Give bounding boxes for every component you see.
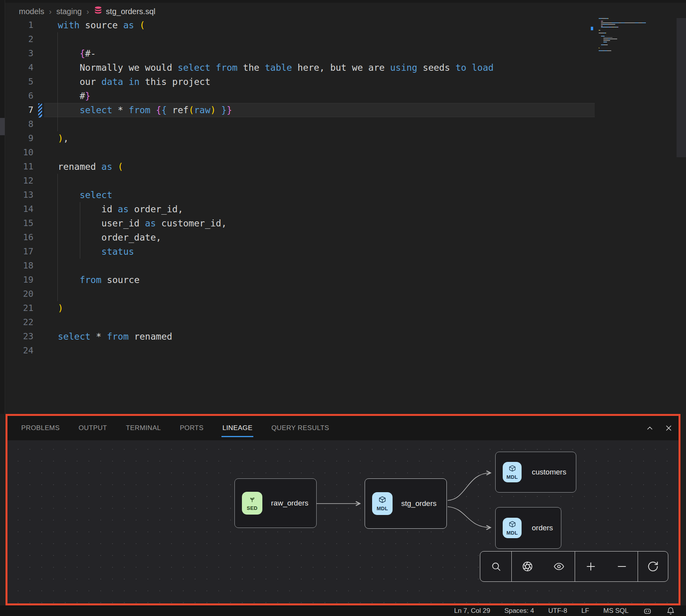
minimap-line (594, 43, 673, 44)
code-text: renamed as ( (58, 160, 123, 174)
zoom-in-icon[interactable] (582, 558, 599, 575)
breadcrumb-item-staging[interactable]: staging (56, 7, 82, 16)
code-line[interactable]: 16 order_date, (0, 230, 686, 245)
code-line[interactable]: 14 id as order_id, (0, 202, 686, 216)
model-badge: MDL (503, 462, 522, 482)
code-line[interactable]: 12 (0, 174, 686, 188)
code-text: select * from renamed (58, 329, 172, 344)
chevron-up-icon[interactable] (645, 424, 654, 432)
toolbar-cell-refresh (638, 552, 668, 581)
seed-badge: SED (242, 492, 262, 515)
panel-tab-terminal[interactable]: TERMINAL (126, 424, 161, 432)
lineage-canvas[interactable]: SED raw_orders MDL stg_orders (7, 440, 679, 603)
code-text: from source (58, 273, 140, 287)
code-line[interactable]: 3 {#- (0, 46, 686, 61)
code-line[interactable]: 19 from source (0, 273, 686, 287)
cube-icon (509, 465, 516, 474)
breadcrumb-item-models[interactable]: models (19, 7, 44, 16)
aperture-icon[interactable] (519, 558, 536, 575)
code-text: select (58, 188, 112, 202)
lineage-toolbar (480, 551, 668, 582)
status-indentation[interactable]: Spaces: 4 (504, 607, 534, 615)
code-line[interactable]: 2 (0, 32, 686, 46)
badge-label: MDL (376, 506, 388, 511)
line-number: 12 (0, 174, 33, 188)
line-number: 17 (0, 245, 33, 259)
status-cursor-position[interactable]: Ln 7, Col 29 (454, 607, 490, 615)
copilot-icon[interactable] (643, 606, 652, 616)
status-encoding[interactable]: UTF-8 (548, 607, 567, 615)
code-text: user_id as customer_id, (58, 216, 227, 230)
code-line[interactable]: 10 (0, 145, 686, 160)
close-icon[interactable] (664, 424, 673, 432)
lineage-node-customers[interactable]: MDL customers (495, 452, 576, 493)
editor-scrollbar[interactable] (677, 18, 686, 157)
panel-tab-problems[interactable]: PROBLEMS (21, 424, 60, 432)
code-line[interactable]: 11renamed as ( (0, 160, 686, 174)
zoom-out-icon[interactable] (613, 558, 631, 575)
code-line[interactable]: 21) (0, 301, 686, 315)
minimap[interactable] (594, 18, 673, 73)
code-line[interactable]: 8 (0, 117, 686, 131)
code-line[interactable]: 17 status (0, 245, 686, 259)
code-text: with source as ( (58, 18, 145, 32)
lineage-node-raw-orders[interactable]: SED raw_orders (234, 478, 317, 528)
code-line[interactable]: 1with source as ( (0, 18, 686, 32)
minimap-line (594, 39, 673, 39)
eye-icon[interactable] (550, 558, 568, 575)
line-number: 1 (0, 18, 33, 32)
code-text: ) (58, 301, 63, 315)
code-editor[interactable]: 1with source as (23 {#-4 Normally we wou… (0, 18, 686, 358)
code-line[interactable]: 18 (0, 259, 686, 273)
bottom-panel: PROBLEMSOUTPUTTERMINALPORTSLINEAGEQUERY … (6, 414, 680, 605)
status-language-mode[interactable]: MS SQL (603, 607, 629, 615)
code-line[interactable]: 6 #} (0, 89, 686, 103)
window-top-strip (0, 0, 686, 3)
code-line[interactable]: 4 Normally we would select from the tabl… (0, 61, 686, 75)
code-line[interactable]: 15 user_id as customer_id, (0, 216, 686, 230)
badge-label: MDL (506, 474, 518, 480)
minimap-line (594, 48, 673, 48)
indent-guide (57, 32, 58, 46)
breadcrumb: models › staging › stg_orders.sql (19, 5, 155, 18)
cube-icon (509, 520, 516, 530)
modified-line-marker (38, 103, 42, 118)
lineage-node-stg-orders[interactable]: MDL stg_orders (365, 478, 447, 529)
code-line[interactable]: 23select * from renamed (0, 329, 686, 344)
bell-icon[interactable] (666, 607, 675, 615)
model-badge: MDL (372, 492, 393, 515)
status-eol[interactable]: LF (581, 607, 589, 615)
minimap-line (594, 49, 673, 50)
code-line[interactable]: 9), (0, 131, 686, 145)
code-text: status (58, 245, 134, 259)
line-number: 4 (0, 61, 33, 75)
code-line[interactable]: 13 select (0, 188, 686, 202)
panel-tab-query-results[interactable]: QUERY RESULTS (271, 424, 329, 432)
code-line[interactable]: 5 our data in this project (0, 75, 686, 89)
minimap-active-line-marker (591, 27, 593, 30)
code-text: order_date, (58, 230, 161, 245)
line-number: 13 (0, 188, 33, 202)
panel-tab-lineage[interactable]: LINEAGE (222, 424, 253, 432)
line-number: 10 (0, 145, 33, 160)
toolbar-cell-view (512, 552, 575, 581)
indent-guide (57, 174, 58, 188)
code-text: our data in this project (58, 75, 210, 89)
panel-tab-ports[interactable]: PORTS (180, 424, 203, 432)
lineage-node-orders[interactable]: MDL orders (495, 507, 561, 549)
line-number: 20 (0, 287, 33, 301)
breadcrumb-file[interactable]: stg_orders.sql (94, 6, 155, 17)
panel-tab-output[interactable]: OUTPUT (79, 424, 107, 432)
line-number: 8 (0, 117, 33, 131)
refresh-icon[interactable] (644, 558, 662, 575)
minimap-line (594, 52, 673, 53)
line-number: 3 (0, 46, 33, 61)
search-icon[interactable] (487, 558, 505, 575)
minimap-line (594, 44, 673, 45)
code-line[interactable]: 20 (0, 287, 686, 301)
code-line[interactable]: 24 (0, 344, 686, 358)
cube-icon (378, 496, 386, 505)
code-line[interactable]: 22 (0, 315, 686, 329)
panel-actions (645, 416, 673, 440)
code-line[interactable]: 7 select * from {{ ref(raw) }} (0, 103, 686, 117)
